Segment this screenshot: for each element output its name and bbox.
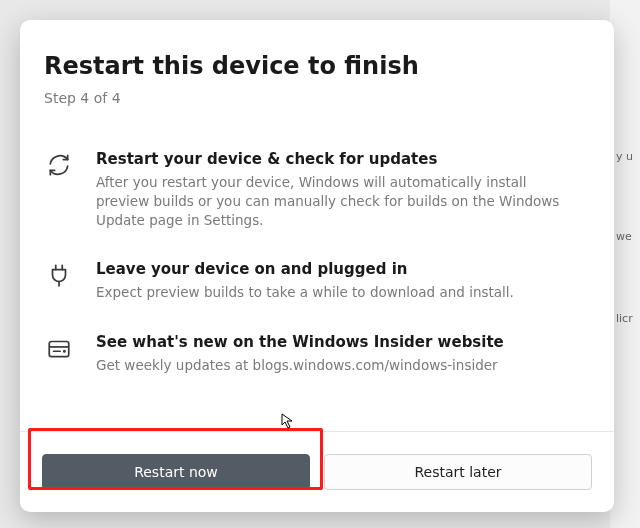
info-body: Expect preview builds to take a while to… xyxy=(96,283,514,302)
backdrop-text: licr xyxy=(616,312,633,325)
restart-dialog: Restart this device to finish Step 4 of … xyxy=(20,20,614,512)
info-item-content: See what's new on the Windows Insider we… xyxy=(96,333,504,375)
backdrop-text: we xyxy=(616,230,632,243)
info-item-restart: Restart your device & check for updates … xyxy=(44,150,580,230)
info-heading: See what's new on the Windows Insider we… xyxy=(96,333,504,351)
info-heading: Leave your device on and plugged in xyxy=(96,260,514,278)
info-heading: Restart your device & check for updates xyxy=(96,150,580,168)
info-item-power: Leave your device on and plugged in Expe… xyxy=(44,260,580,302)
restart-later-button[interactable]: Restart later xyxy=(324,454,592,490)
dialog-title: Restart this device to finish xyxy=(44,52,580,80)
plug-icon xyxy=(44,260,74,302)
backdrop-text: y u xyxy=(616,150,633,163)
restart-now-button[interactable]: Restart now xyxy=(42,454,310,490)
info-item-content: Leave your device on and plugged in Expe… xyxy=(96,260,514,302)
news-icon xyxy=(44,333,74,375)
info-body: Get weekly updates at blogs.windows.com/… xyxy=(96,356,504,375)
dialog-footer: Restart now Restart later xyxy=(20,431,614,512)
refresh-icon xyxy=(44,150,74,230)
info-body: After you restart your device, Windows w… xyxy=(96,173,580,230)
info-item-news: See what's new on the Windows Insider we… xyxy=(44,333,580,375)
svg-rect-0 xyxy=(49,341,69,356)
dialog-step: Step 4 of 4 xyxy=(44,90,580,106)
backdrop-strip: y u we licr xyxy=(610,0,640,528)
dialog-body: Restart this device to finish Step 4 of … xyxy=(20,20,614,431)
info-item-content: Restart your device & check for updates … xyxy=(96,150,580,230)
svg-point-1 xyxy=(64,350,65,351)
